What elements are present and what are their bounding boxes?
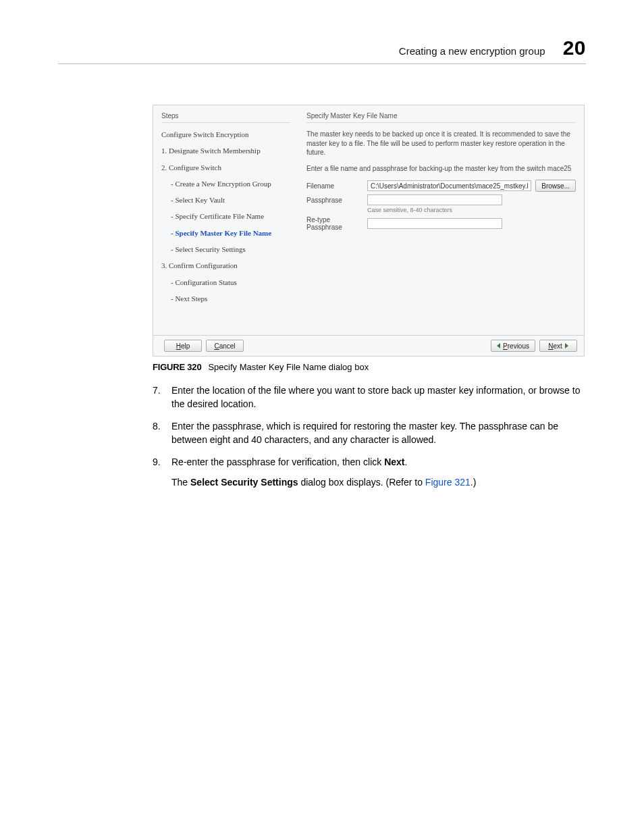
instruction-text: Enter the location of the file where you…	[171, 384, 586, 411]
passphrase-hint: Case sensitive, 8-40 characters	[367, 207, 576, 213]
help-text: Enter a file name and passphrase for bac…	[306, 164, 576, 174]
instruction-followup: The Select Security Settings dialog box …	[171, 476, 586, 490]
triangle-right-icon	[565, 343, 568, 348]
step-item: 2. Configure Switch	[161, 163, 290, 172]
filename-row: Filename Browse...	[306, 180, 576, 192]
step-heading: Configure Switch Encryption	[161, 130, 290, 139]
step-sub-item: - Select Key Vault	[161, 195, 290, 205]
steps-pane-title: Steps	[161, 112, 290, 123]
step-sub-item: - Configuration Status	[161, 278, 290, 287]
figure-label: FIGURE 320	[153, 362, 201, 372]
retype-passphrase-input[interactable]	[367, 218, 502, 229]
step-sub-item: - Specify Certificate File Name	[161, 211, 290, 221]
instruction-number: 8.	[153, 420, 171, 446]
instruction-number: 7.	[153, 384, 171, 411]
figure-caption: FIGURE 320Specify Master Key File Name d…	[153, 362, 586, 372]
dialog-button-bar: Help Cancel Previous Next	[153, 335, 584, 356]
figure-link[interactable]: Figure 321	[425, 477, 471, 488]
filename-label: Filename	[306, 182, 367, 190]
instruction-item: 8. Enter the passphrase, which is requir…	[153, 420, 586, 446]
retype-row: Re-type Passphrase	[306, 216, 576, 231]
step-item: 1. Designate Switch Membership	[161, 146, 290, 155]
wizard-dialog: Steps Configure Switch Encryption 1. Des…	[153, 105, 585, 357]
main-pane-title: Specify Master Key File Name	[306, 112, 576, 123]
next-button[interactable]: Next	[539, 340, 577, 352]
instruction-list: 7. Enter the location of the file where …	[153, 384, 586, 469]
figure-text: Specify Master Key File Name dialog box	[208, 362, 369, 372]
instruction-text: Enter the passphrase, which is required …	[171, 420, 586, 446]
step-sub-item-current: - Specify Master Key File Name	[161, 228, 290, 238]
browse-button[interactable]: Browse...	[535, 180, 576, 192]
previous-button[interactable]: Previous	[491, 340, 535, 352]
instruction-item: 7. Enter the location of the file where …	[153, 384, 586, 411]
passphrase-label: Passphrase	[306, 197, 367, 204]
filename-input[interactable]	[367, 180, 531, 191]
step-sub-item: - Create a New Encryption Group	[161, 179, 290, 188]
passphrase-row: Passphrase	[306, 194, 576, 205]
main-pane: Specify Master Key File Name The master …	[298, 105, 584, 335]
chapter-number: 20	[563, 36, 586, 59]
help-button[interactable]: Help	[164, 340, 202, 352]
section-title: Creating a new encryption group	[399, 45, 545, 57]
instruction-number: 9.	[153, 456, 171, 469]
step-item: 3. Confirm Configuration	[161, 261, 290, 270]
step-sub-item: - Next Steps	[161, 294, 290, 303]
retype-label: Re-type Passphrase	[306, 216, 367, 231]
cancel-button[interactable]: Cancel	[206, 340, 244, 352]
steps-pane: Steps Configure Switch Encryption 1. Des…	[153, 105, 298, 335]
passphrase-input[interactable]	[367, 194, 502, 205]
instruction-text: Re-enter the passphrase for verification…	[171, 456, 586, 469]
step-sub-item: - Select Security Settings	[161, 244, 290, 254]
triangle-left-icon	[497, 343, 500, 348]
help-text: The master key needs to be backed up onc…	[306, 130, 576, 157]
instruction-item: 9. Re-enter the passphrase for verificat…	[153, 456, 586, 469]
page-header: Creating a new encryption group 20	[58, 36, 586, 64]
